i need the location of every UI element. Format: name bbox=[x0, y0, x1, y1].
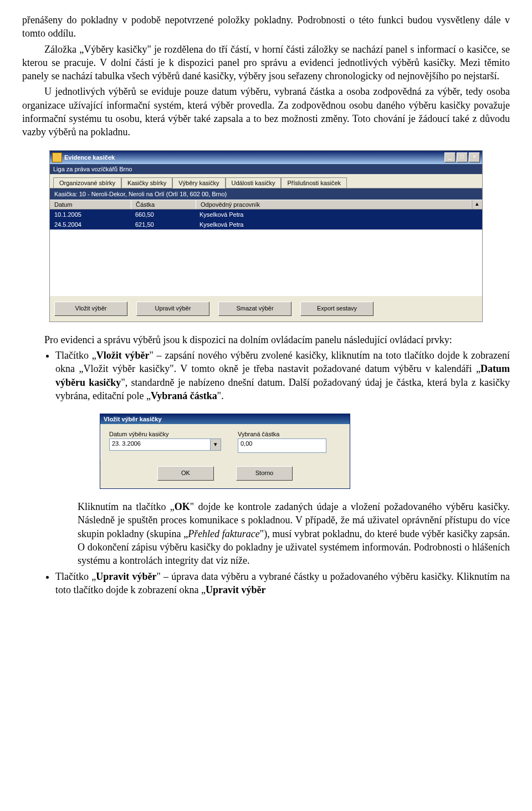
label-castka: Vybraná částka bbox=[238, 431, 326, 437]
close-button[interactable]: × bbox=[469, 152, 480, 162]
button-row: Vložit výběr Upravit výběr Smazat výběr … bbox=[50, 296, 482, 322]
bullet-vlozit-vyber: Tlačítko „Vložit výběr" – zapsání nového… bbox=[55, 349, 510, 402]
edit-button[interactable]: Upravit výběr bbox=[136, 302, 209, 316]
table-row[interactable]: 24.5.2004 621,50 Kyselková Petra bbox=[50, 220, 482, 229]
bold-text: Upravit výběr bbox=[206, 584, 265, 595]
insert-button[interactable]: Vložit výběr bbox=[54, 302, 127, 316]
cell-person: Kyselková Petra bbox=[195, 211, 482, 218]
export-button[interactable]: Export sestavy bbox=[300, 302, 374, 316]
tab-vybery-kasicky[interactable]: Výběry kasičky bbox=[172, 177, 225, 188]
date-value: 23. 3.2006 bbox=[110, 439, 210, 450]
tab-organizovane-sbirky[interactable]: Organizované sbírky bbox=[53, 177, 121, 188]
storno-button[interactable]: Storno bbox=[236, 466, 293, 481]
kasicka-info-panel: Kasička: 10 - Neroli-Dekor, Neroli na Or… bbox=[50, 188, 482, 200]
org-subtitle: Liga za práva vozíčkářů Brno bbox=[50, 164, 482, 174]
bold-text: Upravit výběr bbox=[96, 571, 156, 582]
window-title: Evidence kasiček bbox=[64, 154, 444, 161]
column-person[interactable]: Odpovědný pracovník bbox=[196, 200, 472, 209]
cell-amount: 660,50 bbox=[131, 211, 195, 218]
bold-text: Vybraná částka bbox=[151, 390, 217, 401]
column-amount[interactable]: Částka bbox=[131, 200, 196, 209]
table-row[interactable]: 10.1.2005 660,50 Kyselková Petra bbox=[50, 210, 482, 220]
app-icon bbox=[52, 152, 62, 162]
empty-rows bbox=[50, 229, 482, 296]
dialog-body: Datum výběru kasičky 23. 3.2006 ▾ Vybran… bbox=[100, 424, 350, 460]
column-date[interactable]: Datum bbox=[50, 200, 131, 209]
bold-text: OK bbox=[175, 501, 190, 512]
bold-text: Vložit výběr bbox=[96, 350, 150, 361]
text: Tlačítko „ bbox=[55, 571, 96, 582]
table-body: 10.1.2005 660,50 Kyselková Petra 24.5.20… bbox=[50, 210, 482, 296]
cell-date: 10.1.2005 bbox=[50, 211, 131, 218]
dialog-vlozit-vyber: Vložit výběr kasičky Datum výběru kasičk… bbox=[100, 414, 350, 489]
bullet-upravit-vyber: Tlačítko „Upravit výběr" – úprava data v… bbox=[55, 570, 510, 597]
titlebar: Evidence kasiček _ □ × bbox=[50, 151, 482, 164]
tab-kasicky-sbirky[interactable]: Kasičky sbírky bbox=[121, 177, 172, 188]
paragraph-3: U jednotlivých výběrů se eviduje pouze d… bbox=[22, 85, 510, 139]
paragraph-4: Pro evidenci a správu výběrů jsou k disp… bbox=[22, 333, 510, 346]
tab-row: Organizované sbírky Kasičky sbírky Výběr… bbox=[50, 174, 482, 188]
scroll-up-icon[interactable]: ▴ bbox=[472, 200, 482, 209]
text: ", standardně je nabízeno dnešní datum. … bbox=[55, 377, 510, 401]
paragraph-5: Kliknutím na tlačítko „OK" dojde ke kont… bbox=[78, 500, 510, 567]
cell-person: Kyselková Petra bbox=[195, 221, 482, 228]
tab-prislusnosti-kasicek[interactable]: Příslušnosti kasiček bbox=[281, 177, 347, 188]
paragraph-1: přenášeny do pokladny v podobě nepotvrze… bbox=[22, 13, 510, 40]
maximize-button[interactable]: □ bbox=[457, 152, 468, 162]
dialog-title: Vložit výběr kasičky bbox=[100, 414, 350, 424]
dropdown-icon[interactable]: ▾ bbox=[210, 439, 221, 450]
amount-input[interactable]: 0,00 bbox=[238, 438, 326, 453]
table-header: Datum Částka Odpovědný pracovník ▴ bbox=[50, 200, 482, 210]
cell-amount: 621,50 bbox=[131, 221, 195, 228]
dialog-buttons: OK Storno bbox=[100, 460, 350, 488]
label-datum: Datum výběru kasičky bbox=[109, 431, 221, 437]
paragraph-2: Záložka „Výběry kasičky" je rozdělena do… bbox=[22, 43, 510, 83]
cell-date: 24.5.2004 bbox=[50, 221, 131, 228]
text: ". bbox=[217, 390, 224, 401]
text: Kliknutím na tlačítko „ bbox=[78, 501, 175, 512]
date-combobox[interactable]: 23. 3.2006 ▾ bbox=[109, 438, 221, 451]
minimize-button[interactable]: _ bbox=[444, 152, 456, 162]
delete-button[interactable]: Smazat výběr bbox=[218, 302, 291, 316]
text: Tlačítko „ bbox=[55, 350, 96, 361]
italic-text: Přehled fakturace bbox=[188, 528, 260, 539]
app-window: Evidence kasiček _ □ × Liga za práva voz… bbox=[49, 150, 483, 322]
tab-udalosti-kasicky[interactable]: Události kasičky bbox=[226, 177, 282, 188]
ok-button[interactable]: OK bbox=[157, 466, 214, 481]
